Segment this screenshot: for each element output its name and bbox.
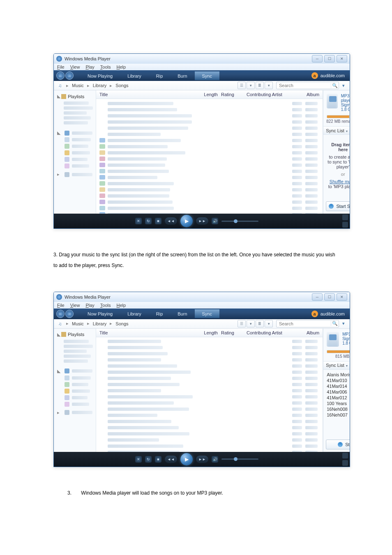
crumb-songs[interactable]: Songs: [115, 83, 128, 88]
table-row[interactable]: [96, 113, 323, 118]
table-row[interactable]: [96, 357, 323, 363]
menu-file[interactable]: File: [57, 64, 65, 69]
nav-forward-button[interactable]: →: [65, 310, 74, 318]
help-icon[interactable]: ▾: [341, 321, 346, 326]
list-body[interactable]: [96, 337, 323, 452]
table-row[interactable]: [96, 444, 323, 449]
table-row[interactable]: [96, 364, 323, 369]
previous-button[interactable]: ◄◄: [165, 456, 177, 463]
table-row[interactable]: [96, 370, 323, 375]
table-row[interactable]: [96, 419, 323, 424]
search-icon[interactable]: 🔍: [331, 83, 339, 88]
view-toggle[interactable]: ☰ ▾ ≣ ▾: [238, 82, 273, 89]
table-row[interactable]: [96, 199, 323, 205]
chevron-down-icon[interactable]: ▾: [265, 82, 273, 89]
fullscreen-button[interactable]: [342, 460, 348, 466]
layout-icon[interactable]: ☰: [238, 82, 246, 89]
table-row[interactable]: [96, 101, 323, 106]
list-item[interactable]: 16Neh008: [327, 407, 350, 412]
start-sync-button[interactable]: Start Sync: [326, 201, 350, 211]
col-artist[interactable]: Contributing Artist: [243, 329, 303, 337]
next-button[interactable]: ►►: [196, 456, 208, 463]
fullscreen-button[interactable]: [342, 222, 348, 228]
table-row[interactable]: [96, 205, 323, 211]
chevron-down-icon[interactable]: ▾: [344, 364, 348, 368]
list-body[interactable]: [96, 99, 323, 214]
col-title[interactable]: Title: [96, 90, 197, 99]
table-row[interactable]: [96, 345, 323, 350]
shuffle-button[interactable]: ✕: [135, 218, 142, 224]
menu-tools[interactable]: Tools: [100, 64, 111, 69]
start-sync-button[interactable]: Start Sync: [326, 440, 350, 449]
table-row[interactable]: [96, 187, 323, 192]
tab-rip[interactable]: Rip: [149, 309, 171, 318]
tab-burn[interactable]: Burn: [170, 71, 194, 80]
shuffle-link[interactable]: Shuffle music: [327, 179, 350, 184]
list-item[interactable]: 41Mar012: [327, 395, 350, 400]
list-item[interactable]: Alanis Morisette - Perfect: [327, 372, 350, 377]
nav-back-button[interactable]: ←: [56, 310, 65, 318]
layout-icon[interactable]: ☰: [238, 320, 246, 327]
table-row[interactable]: [96, 131, 323, 137]
table-row[interactable]: [96, 150, 323, 155]
nav-back-button[interactable]: ←: [56, 71, 65, 80]
table-row[interactable]: [96, 193, 323, 198]
view-toggle[interactable]: ☰ ▾ ≣ ▾: [238, 320, 273, 327]
col-title[interactable]: Title: [96, 329, 197, 337]
list-icon[interactable]: ≣: [256, 320, 264, 327]
tab-rip[interactable]: Rip: [149, 71, 171, 80]
mute-button[interactable]: 🔊: [212, 456, 218, 463]
tab-sync[interactable]: Sync: [195, 309, 219, 318]
stop-button[interactable]: ■: [155, 456, 161, 463]
crumb-songs[interactable]: Songs: [115, 321, 128, 326]
table-row[interactable]: [96, 339, 323, 344]
crumb-library[interactable]: Library: [93, 321, 107, 326]
compact-view-button[interactable]: [342, 453, 348, 458]
col-length[interactable]: Length: [197, 329, 218, 337]
list-item[interactable]: 41Mar010: [327, 378, 350, 383]
menu-play[interactable]: Play: [85, 64, 94, 69]
list-item[interactable]: 41Mar006: [327, 389, 350, 394]
help-icon[interactable]: ▾: [341, 83, 346, 88]
volume-slider[interactable]: [221, 458, 258, 460]
search-input[interactable]: 🔍: [276, 82, 339, 89]
col-album[interactable]: Album: [303, 329, 323, 337]
search-field[interactable]: [277, 321, 331, 326]
chevron-down-icon[interactable]: ▾: [247, 320, 255, 327]
chevron-down-icon[interactable]: ▾: [247, 82, 255, 89]
table-row[interactable]: [96, 407, 323, 412]
menu-view[interactable]: View: [70, 303, 80, 308]
table-row[interactable]: [96, 107, 323, 112]
sidebar-item-playlists[interactable]: ◣ Playlists: [54, 93, 96, 100]
tab-now-playing[interactable]: Now Playing: [80, 71, 120, 80]
search-field[interactable]: [277, 83, 331, 88]
col-rating[interactable]: Rating: [218, 90, 243, 99]
table-row[interactable]: [96, 413, 323, 418]
volume-slider[interactable]: [221, 221, 258, 222]
table-row[interactable]: [96, 376, 323, 381]
tab-library[interactable]: Library: [120, 309, 149, 318]
col-artist[interactable]: Contributing Artist: [243, 90, 303, 99]
tab-audible[interactable]: audible.com: [321, 311, 345, 316]
play-button[interactable]: ▶: [180, 215, 193, 227]
table-row[interactable]: [96, 388, 323, 394]
audible-icon[interactable]: a: [311, 311, 318, 317]
table-row[interactable]: [96, 394, 323, 400]
breadcrumb[interactable]: ♫ ▸Music ▸Library ▸Songs: [57, 83, 129, 88]
menu-play[interactable]: Play: [85, 303, 94, 308]
tab-audible[interactable]: audible.com: [321, 73, 345, 78]
menu-file[interactable]: File: [57, 303, 65, 308]
close-button[interactable]: ✕: [337, 293, 347, 301]
col-album[interactable]: Album: [303, 90, 323, 99]
mute-button[interactable]: 🔊: [212, 218, 218, 224]
play-button[interactable]: ▶: [180, 453, 193, 465]
table-row[interactable]: [96, 181, 323, 186]
list-icon[interactable]: ≣: [256, 82, 264, 89]
chevron-down-icon[interactable]: ▾: [344, 129, 348, 133]
table-row[interactable]: [96, 431, 323, 437]
shuffle-button[interactable]: ✕: [135, 456, 142, 463]
close-button[interactable]: ✕: [337, 55, 347, 62]
table-row[interactable]: [96, 138, 323, 143]
sync-list-header[interactable]: Sync List: [326, 363, 344, 368]
stop-button[interactable]: ■: [155, 218, 161, 224]
